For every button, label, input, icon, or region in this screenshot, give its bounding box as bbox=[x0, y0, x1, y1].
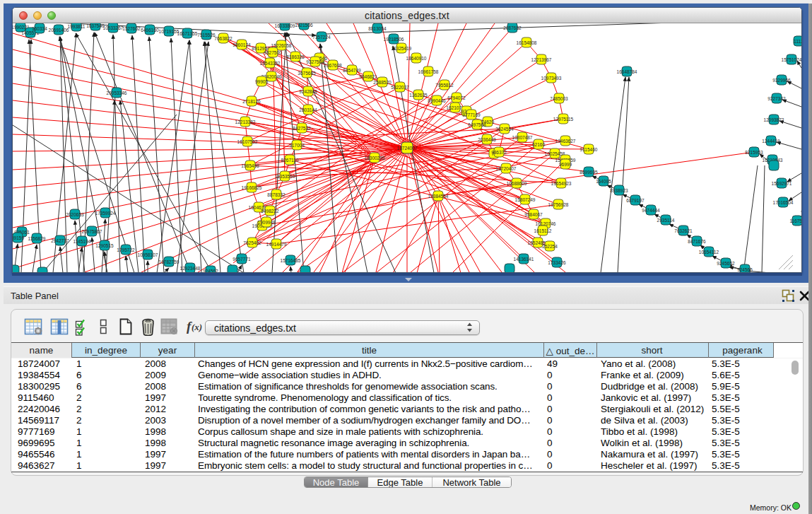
svg-text:8186328: 8186328 bbox=[286, 54, 305, 59]
svg-text:1795722: 1795722 bbox=[117, 247, 135, 252]
svg-text:1156829: 1156829 bbox=[28, 236, 46, 241]
svg-text:9329966: 9329966 bbox=[772, 78, 791, 83]
svg-text:1985498: 1985498 bbox=[241, 163, 259, 168]
svg-text:2942737: 2942737 bbox=[51, 238, 69, 243]
svg-text:924565: 924565 bbox=[737, 267, 753, 272]
svg-text:1244419: 1244419 bbox=[762, 139, 780, 144]
svg-text:17016504: 17016504 bbox=[773, 200, 794, 205]
svg-text:10958107: 10958107 bbox=[138, 252, 158, 257]
svg-text:917004: 917004 bbox=[289, 143, 305, 148]
svg-text:7515526: 7515526 bbox=[197, 33, 216, 37]
svg-text:1637540: 1637540 bbox=[86, 23, 105, 28]
svg-text:16782759: 16782759 bbox=[159, 259, 180, 264]
svg-text:9777169: 9777169 bbox=[462, 112, 481, 117]
svg-text:16107552: 16107552 bbox=[237, 139, 258, 144]
svg-text:8938923: 8938923 bbox=[610, 188, 628, 193]
svg-text:9115460: 9115460 bbox=[580, 147, 598, 152]
svg-text:1615112: 1615112 bbox=[534, 228, 552, 233]
svg-text:6879197: 6879197 bbox=[626, 198, 645, 203]
svg-text:7955812: 7955812 bbox=[435, 83, 454, 88]
svg-text:164095: 164095 bbox=[596, 179, 611, 184]
svg-text:14914479: 14914479 bbox=[266, 242, 287, 247]
svg-text:10654112: 10654112 bbox=[699, 250, 719, 255]
svg-text:15807249: 15807249 bbox=[515, 197, 536, 202]
svg-text:1733426: 1733426 bbox=[548, 260, 566, 265]
svg-text:10533267: 10533267 bbox=[103, 25, 124, 30]
svg-text:10719155: 10719155 bbox=[159, 29, 180, 34]
svg-text:8427532: 8427532 bbox=[293, 126, 311, 131]
svg-text:6466160: 6466160 bbox=[141, 28, 159, 33]
svg-text:16543382: 16543382 bbox=[260, 61, 281, 66]
svg-text:15751074: 15751074 bbox=[782, 57, 801, 62]
svg-text:20975867: 20975867 bbox=[82, 229, 102, 234]
svg-text:9327508: 9327508 bbox=[306, 59, 324, 64]
svg-text:9242848: 9242848 bbox=[299, 89, 317, 94]
svg-text:19463627: 19463627 bbox=[555, 139, 576, 144]
svg-text:16961758: 16961758 bbox=[418, 69, 439, 74]
svg-text:1909948: 1909948 bbox=[257, 220, 276, 225]
svg-text:986372: 986372 bbox=[491, 150, 507, 155]
svg-text:9245652: 9245652 bbox=[717, 261, 735, 266]
svg-text:9827500: 9827500 bbox=[264, 50, 282, 55]
svg-text:12923448: 12923448 bbox=[180, 266, 201, 271]
svg-text:16120746: 16120746 bbox=[536, 221, 556, 226]
svg-text:2588520: 2588520 bbox=[373, 80, 392, 85]
svg-text:160334: 160334 bbox=[32, 26, 47, 31]
svg-text:20691406: 20691406 bbox=[49, 28, 69, 33]
svg-text:99905: 99905 bbox=[255, 79, 268, 84]
svg-text:8878332: 8878332 bbox=[267, 192, 286, 197]
svg-text:12975115: 12975115 bbox=[553, 117, 574, 122]
svg-text:9646821: 9646821 bbox=[359, 74, 377, 79]
svg-text:15716485: 15716485 bbox=[281, 258, 301, 263]
svg-text:10688609: 10688609 bbox=[507, 181, 527, 186]
svg-text:5498222: 5498222 bbox=[261, 209, 279, 214]
svg-text:8215953: 8215953 bbox=[745, 150, 763, 155]
svg-text:7485003: 7485003 bbox=[550, 96, 568, 101]
svg-text:96999: 96999 bbox=[559, 162, 572, 167]
svg-text:8699695: 8699695 bbox=[579, 170, 598, 175]
svg-text:1921506: 1921506 bbox=[295, 23, 313, 28]
svg-text:1362635: 1362635 bbox=[409, 93, 428, 98]
svg-text:16671355: 16671355 bbox=[177, 31, 198, 36]
svg-text:6497568: 6497568 bbox=[468, 122, 486, 127]
svg-text:18640910: 18640910 bbox=[406, 56, 427, 61]
svg-text:6794072: 6794072 bbox=[447, 95, 466, 100]
svg-text:9657771: 9657771 bbox=[233, 257, 251, 262]
svg-text:9474444: 9474444 bbox=[642, 208, 660, 213]
svg-text:19218506: 19218506 bbox=[384, 37, 404, 42]
svg-text:5822037: 5822037 bbox=[391, 85, 409, 90]
svg-text:1993811: 1993811 bbox=[68, 24, 86, 29]
svg-text:29053346: 29053346 bbox=[107, 90, 127, 95]
svg-text:116753: 116753 bbox=[789, 218, 801, 223]
svg-text:39159: 39159 bbox=[13, 235, 24, 240]
svg-text:62160: 62160 bbox=[532, 142, 545, 147]
svg-text:10807487: 10807487 bbox=[512, 135, 533, 140]
svg-text:8267110: 8267110 bbox=[281, 158, 299, 163]
svg-text:16154808: 16154808 bbox=[517, 40, 537, 45]
svg-text:12093872: 12093872 bbox=[764, 117, 784, 122]
svg-text:15226058: 15226058 bbox=[271, 43, 292, 48]
svg-text:7625402: 7625402 bbox=[243, 240, 261, 245]
svg-text:17359924: 17359924 bbox=[95, 211, 116, 216]
svg-text:252254: 252254 bbox=[542, 244, 558, 249]
svg-text:12213967: 12213967 bbox=[531, 57, 552, 62]
svg-text:8813054: 8813054 bbox=[368, 26, 387, 31]
svg-text:11353594: 11353594 bbox=[275, 174, 295, 179]
svg-text:9860124: 9860124 bbox=[233, 42, 251, 47]
svg-text:1290515: 1290515 bbox=[95, 243, 114, 248]
svg-text:2935114: 2935114 bbox=[657, 218, 675, 223]
svg-text:16648784: 16648784 bbox=[617, 69, 637, 74]
svg-text:11325419: 11325419 bbox=[392, 46, 412, 51]
svg-text:19654923: 19654923 bbox=[551, 181, 572, 186]
svg-text:(x): (x) bbox=[192, 322, 202, 332]
svg-text:7632621: 7632621 bbox=[674, 228, 693, 233]
svg-text:2367608: 2367608 bbox=[324, 63, 342, 68]
svg-text:2036448: 2036448 bbox=[478, 137, 496, 142]
svg-text:1527602: 1527602 bbox=[122, 26, 141, 31]
svg-text:18720407: 18720407 bbox=[496, 166, 517, 171]
svg-text:9384067: 9384067 bbox=[524, 212, 543, 217]
svg-text:18724007: 18724007 bbox=[397, 146, 418, 151]
svg-text:18300295: 18300295 bbox=[365, 156, 385, 160]
svg-text:14136141: 14136141 bbox=[514, 257, 534, 262]
svg-text:19166825: 19166825 bbox=[242, 185, 262, 190]
